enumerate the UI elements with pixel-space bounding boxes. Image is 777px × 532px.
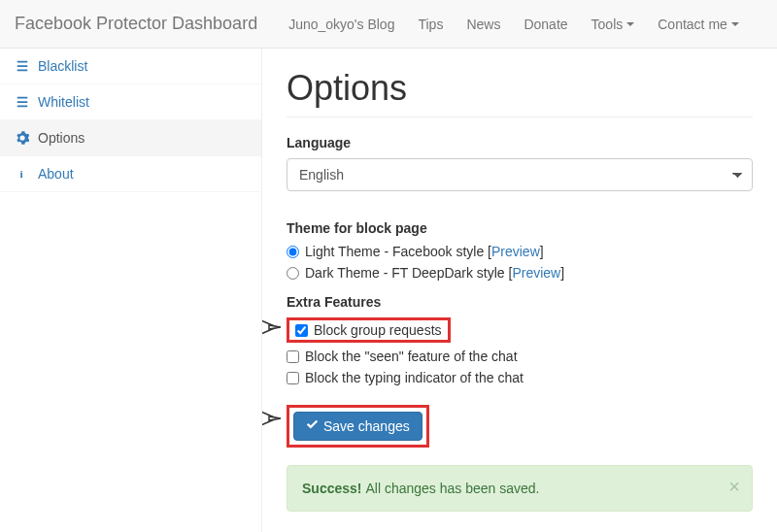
sidebar-item-label: Blacklist [38,58,87,74]
nav-tips[interactable]: Tips [418,17,443,32]
extra-checkbox-seen[interactable] [287,350,299,363]
extra-row-seen: Block the "seen" feature of the chat [287,349,753,364]
theme-text: Light Theme - Facebook style [305,244,484,259]
info-icon: i [15,167,30,181]
alert-success: Success! All changes has been saved. × [287,465,753,512]
check-icon [306,418,319,434]
theme-row-dark: Dark Theme - FT DeepDark style [Preview] [287,265,753,281]
language-label: Language [287,135,753,150]
nav-tools[interactable]: Tools [591,17,635,32]
caret-icon [731,22,739,26]
save-button-label: Save changes [323,418,410,434]
sidebar: Blacklist Whitelist Options i About [0,49,262,532]
theme-radio-dark[interactable] [287,267,299,280]
bracket: ] [540,244,544,259]
sidebar-item-label: About [38,166,74,182]
sidebar-item-about[interactable]: i About [0,156,261,192]
gear-icon [15,131,30,145]
sidebar-item-label: Options [38,130,84,146]
extra-row-typing: Block the typing indicator of the chat [287,370,753,385]
theme-label: Theme for block page [287,220,753,236]
alert-close-button[interactable]: × [728,476,740,498]
navbar-brand[interactable]: Facebook Protector Dashboard [15,14,257,34]
bracket: [ [505,265,513,281]
extra-text: Block group requests [314,322,442,338]
alert-text: All changes has been saved. [365,481,539,496]
theme-text: Dark Theme - FT DeepDark style [305,265,505,281]
preview-link[interactable]: Preview [491,244,540,259]
nav-contact[interactable]: Contact me [658,17,739,32]
theme-row-light: Light Theme - Facebook style [Preview] [287,244,753,259]
svg-text:i: i [19,168,22,180]
theme-radio-light[interactable] [287,246,299,258]
sidebar-item-options[interactable]: Options [0,120,261,156]
extra-label: Extra Features [287,294,753,310]
nav-tools-label: Tools [591,17,624,32]
nav-blog[interactable]: Juno_okyo's Blog [288,17,394,32]
extra-checkbox-block-group[interactable] [295,324,308,337]
page-title: Options [287,68,753,117]
sidebar-item-label: Whitelist [38,94,89,110]
preview-link[interactable]: Preview [512,265,560,281]
highlight-block-group: Block group requests [287,317,451,343]
alert-strong: Success! [302,481,361,496]
list-icon [15,59,30,73]
bracket: ] [560,265,564,281]
main-content: Options Language English Theme for block… [262,49,777,532]
list-icon [15,95,30,109]
pointer-icon [262,399,285,438]
navbar: Facebook Protector Dashboard Juno_okyo's… [0,0,777,49]
extra-text: Block the "seen" feature of the chat [305,349,518,364]
nav-contact-label: Contact me [658,17,727,32]
extra-checkbox-typing[interactable] [287,372,299,384]
pointer-icon [262,308,285,347]
nav-news[interactable]: News [466,17,500,32]
extra-text: Block the typing indicator of the chat [305,370,524,385]
nav-donate[interactable]: Donate [524,17,567,32]
sidebar-item-blacklist[interactable]: Blacklist [0,49,261,84]
navbar-nav: Juno_okyo's Blog Tips News Donate Tools … [277,17,751,32]
sidebar-item-whitelist[interactable]: Whitelist [0,84,261,120]
language-select[interactable]: English [287,158,753,191]
bracket: [ [484,244,491,259]
caret-icon [626,22,634,26]
highlight-save: Save changes [287,405,429,448]
save-button[interactable]: Save changes [293,412,422,441]
